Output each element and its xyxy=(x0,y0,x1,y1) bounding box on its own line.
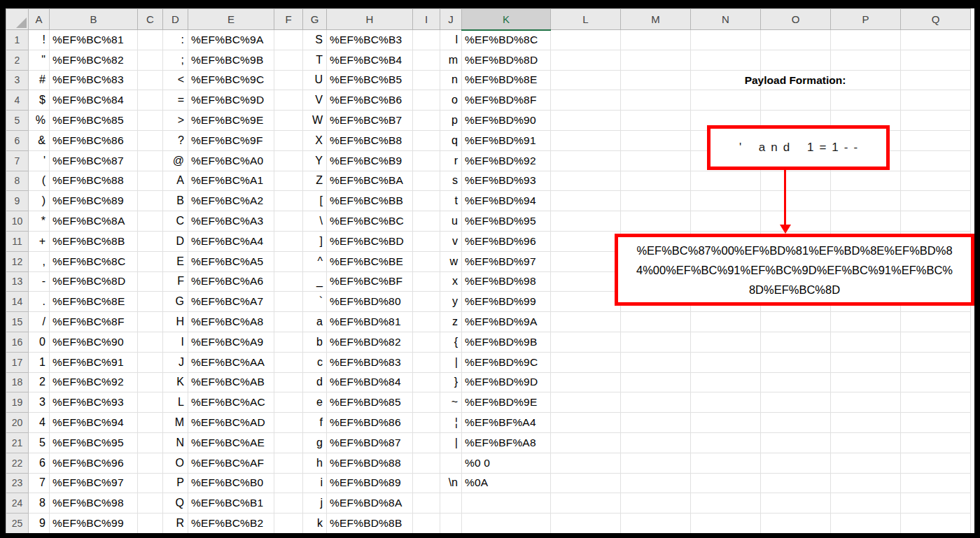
cell-G7[interactable]: Y xyxy=(303,150,327,171)
cell-L3[interactable] xyxy=(551,70,621,90)
cell-D11[interactable]: D xyxy=(163,231,188,251)
cell-F9[interactable] xyxy=(274,191,303,211)
cell-M17[interactable] xyxy=(621,352,691,372)
cell-M22[interactable] xyxy=(621,453,691,473)
cell-M23[interactable] xyxy=(621,473,691,493)
cell-H17[interactable]: %EF%BD%83 xyxy=(327,352,413,372)
cell-P20[interactable] xyxy=(831,413,901,433)
cell-F21[interactable] xyxy=(274,432,303,453)
cell-K18[interactable]: %EF%BD%9D xyxy=(462,372,551,392)
cell-B15[interactable]: %EF%BC%8F xyxy=(50,312,138,332)
cell-H19[interactable]: %EF%BD%85 xyxy=(327,392,413,413)
cell-E15[interactable]: %EF%BC%A8 xyxy=(188,312,274,332)
cell-H1[interactable]: %EF%BC%B3 xyxy=(327,30,413,50)
cell-C14[interactable] xyxy=(138,292,163,312)
cell-D4[interactable]: = xyxy=(163,90,188,111)
row-header-12[interactable]: 12 xyxy=(6,251,29,271)
cell-O23[interactable] xyxy=(761,473,831,493)
cell-J21[interactable]: | xyxy=(440,432,462,453)
cell-J1[interactable]: l xyxy=(440,30,462,50)
cell-K2[interactable]: %EF%BD%8D xyxy=(462,50,551,70)
cell-H9[interactable]: %EF%BC%BB xyxy=(327,191,413,211)
cell-G19[interactable]: e xyxy=(303,392,327,413)
cell-F10[interactable] xyxy=(274,211,303,232)
cell-B13[interactable]: %EF%BC%8D xyxy=(50,271,138,292)
cell-M1[interactable] xyxy=(621,30,691,50)
cell-D19[interactable]: L xyxy=(163,392,188,413)
cell-G11[interactable]: ] xyxy=(303,231,327,251)
cell-J11[interactable]: v xyxy=(440,231,462,251)
cell-J15[interactable]: z xyxy=(440,312,462,332)
cell-F17[interactable] xyxy=(274,352,303,372)
cell-Q5[interactable] xyxy=(901,111,971,131)
cell-K24[interactable] xyxy=(462,493,551,514)
cell-O25[interactable] xyxy=(761,514,831,533)
cell-B24[interactable]: %EF%BC%98 xyxy=(50,493,138,514)
row-header-6[interactable]: 6 xyxy=(6,130,29,150)
cell-H21[interactable]: %EF%BD%87 xyxy=(327,432,413,453)
cell-A21[interactable]: 5 xyxy=(29,432,50,453)
row-header-8[interactable]: 8 xyxy=(6,171,29,191)
cell-B22[interactable]: %EF%BC%96 xyxy=(50,453,138,473)
cell-O20[interactable] xyxy=(761,413,831,433)
cell-F11[interactable] xyxy=(274,231,303,251)
cell-F5[interactable] xyxy=(274,111,303,131)
cell-Q10[interactable] xyxy=(901,211,971,232)
cell-I12[interactable] xyxy=(413,251,440,271)
row-header-7[interactable]: 7 xyxy=(6,150,29,171)
cell-F3[interactable] xyxy=(274,70,303,90)
cell-D17[interactable]: J xyxy=(163,352,188,372)
cell-H22[interactable]: %EF%BD%88 xyxy=(327,453,413,473)
cell-B25[interactable]: %EF%BC%99 xyxy=(50,514,138,533)
cell-D1[interactable]: : xyxy=(163,30,188,50)
cell-J7[interactable]: r xyxy=(440,150,462,171)
cell-H24[interactable]: %EF%BD%8A xyxy=(327,493,413,514)
cell-G21[interactable]: g xyxy=(303,432,327,453)
cell-A2[interactable]: " xyxy=(29,50,50,70)
row-header-1[interactable]: 1 xyxy=(6,30,29,50)
cell-O16[interactable] xyxy=(761,332,831,352)
cell-G4[interactable]: V xyxy=(303,90,327,111)
cell-B14[interactable]: %EF%BC%8E xyxy=(50,292,138,312)
cell-C9[interactable] xyxy=(138,191,163,211)
cell-F24[interactable] xyxy=(274,493,303,514)
column-header-H[interactable]: H xyxy=(327,9,413,30)
cell-D3[interactable]: < xyxy=(163,70,188,90)
cell-K14[interactable]: %EF%BD%99 xyxy=(462,292,551,312)
cell-H8[interactable]: %EF%BC%BA xyxy=(327,171,413,191)
cell-L18[interactable] xyxy=(551,372,621,392)
cell-N17[interactable] xyxy=(691,352,761,372)
cell-H7[interactable]: %EF%BC%B9 xyxy=(327,150,413,171)
cell-H5[interactable]: %EF%BC%B7 xyxy=(327,111,413,131)
cell-P17[interactable] xyxy=(831,352,901,372)
cell-N8[interactable] xyxy=(691,171,761,191)
row-header-5[interactable]: 5 xyxy=(6,111,29,131)
cell-B3[interactable]: %EF%BC%83 xyxy=(50,70,138,90)
row-header-15[interactable]: 15 xyxy=(6,312,29,332)
cell-I2[interactable] xyxy=(413,50,440,70)
cell-N2[interactable] xyxy=(691,50,761,70)
column-header-G[interactable]: G xyxy=(303,9,327,30)
column-header-K[interactable]: K xyxy=(462,9,551,30)
cell-G6[interactable]: X xyxy=(303,130,327,150)
cell-J5[interactable]: p xyxy=(440,111,462,131)
row-header-16[interactable]: 16 xyxy=(6,332,29,352)
cell-F13[interactable] xyxy=(274,271,303,292)
cell-H11[interactable]: %EF%BC%BD xyxy=(327,231,413,251)
cell-C5[interactable] xyxy=(138,111,163,131)
cell-N24[interactable] xyxy=(691,493,761,514)
cell-E9[interactable]: %EF%BC%A2 xyxy=(188,191,274,211)
cell-M15[interactable] xyxy=(621,312,691,332)
cell-I7[interactable] xyxy=(413,150,440,171)
cell-C23[interactable] xyxy=(138,473,163,493)
cell-E13[interactable]: %EF%BC%A6 xyxy=(188,271,274,292)
column-header-Q[interactable]: Q xyxy=(901,9,971,30)
cell-B6[interactable]: %EF%BC%86 xyxy=(50,130,138,150)
cell-F6[interactable] xyxy=(274,130,303,150)
cell-E10[interactable]: %EF%BC%A3 xyxy=(188,211,274,232)
cell-B16[interactable]: %EF%BC%90 xyxy=(50,332,138,352)
cell-D7[interactable]: @ xyxy=(163,150,188,171)
cell-E2[interactable]: %EF%BC%9B xyxy=(188,50,274,70)
column-header-M[interactable]: M xyxy=(621,9,691,30)
cell-B18[interactable]: %EF%BC%92 xyxy=(50,372,138,392)
